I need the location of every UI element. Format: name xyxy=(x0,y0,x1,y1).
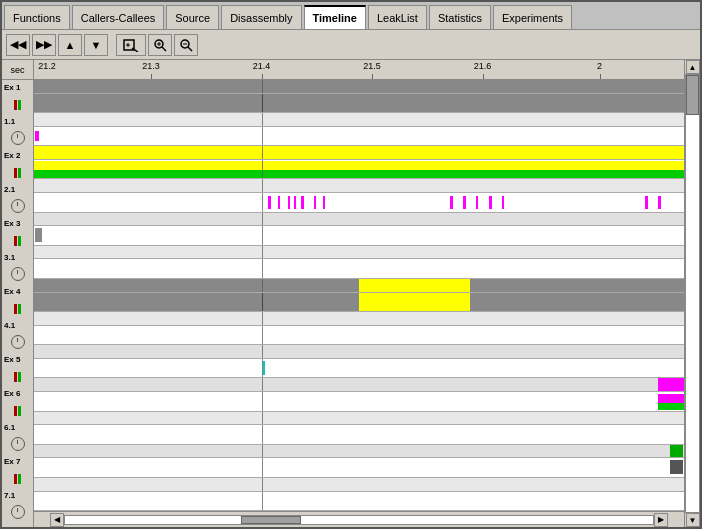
tab-source[interactable]: Source xyxy=(166,5,219,29)
row-label-ex4: Ex 4 xyxy=(2,284,33,318)
row-label-ex7: Ex 7 xyxy=(2,454,33,488)
zoom-fit-icon xyxy=(122,38,140,52)
clock-icon-7-1 xyxy=(11,505,25,519)
row-ex6-top xyxy=(34,378,684,392)
row-2-1-bottom xyxy=(34,193,684,213)
vertical-scrollbar[interactable]: ▲ ▼ xyxy=(684,60,700,527)
hscroll-track[interactable] xyxy=(64,515,654,525)
row-7-1-bottom xyxy=(34,492,684,511)
row-ex3-bottom xyxy=(34,226,684,246)
app-window: Functions Callers-Callees Source Disasse… xyxy=(0,0,702,529)
tab-bar: Functions Callers-Callees Source Disasse… xyxy=(2,2,700,30)
row-4-1-top xyxy=(34,312,684,326)
zoom-in-button[interactable] xyxy=(148,34,172,56)
zoom-fit-button[interactable] xyxy=(116,34,146,56)
row-label-7-1: 7.1 xyxy=(2,488,33,522)
rewind-button[interactable]: ◀◀ xyxy=(6,34,30,56)
row-label-ex6: Ex 6 xyxy=(2,386,33,420)
row-ex3-top xyxy=(34,213,684,227)
timeline-rows[interactable] xyxy=(34,80,684,511)
row-ex5-top xyxy=(34,345,684,359)
row-ex4-bottom xyxy=(34,293,684,313)
row-6-1-top xyxy=(34,412,684,426)
row-7-1-top xyxy=(34,478,684,492)
timeline-main: 21.2 21.3 21.4 21.5 21.6 2 xyxy=(34,60,684,527)
down-button[interactable]: ▼ xyxy=(84,34,108,56)
row-ex1-top xyxy=(34,80,684,94)
row-ex6-bottom xyxy=(34,392,684,412)
row-ex7-bottom xyxy=(34,458,684,478)
vscroll-down-arrow[interactable]: ▼ xyxy=(686,513,700,527)
zoom-in-icon xyxy=(153,38,167,52)
tab-experiments[interactable]: Experiments xyxy=(493,5,572,29)
row-ex4-top xyxy=(34,279,684,293)
row-label-ex5: Ex 5 xyxy=(2,352,33,386)
row-2-1-top xyxy=(34,179,684,193)
ruler-label-214: 21.4 xyxy=(253,61,271,71)
tab-disassembly[interactable]: Disassembly xyxy=(221,5,301,29)
hscroll-thumb[interactable] xyxy=(241,516,301,524)
zoom-out-icon xyxy=(179,38,193,52)
row-label-3-1: 3.1 xyxy=(2,250,33,284)
tab-leaklist[interactable]: LeakList xyxy=(368,5,427,29)
tab-timeline[interactable]: Timeline xyxy=(304,5,366,29)
label-column: sec Ex 1 1.1 Ex 2 xyxy=(2,60,34,527)
hscroll-left-arrow[interactable]: ◀ xyxy=(50,513,64,527)
svg-line-9 xyxy=(188,47,192,51)
row-ex2-top xyxy=(34,146,684,160)
row-label-1-1: 1.1 xyxy=(2,114,33,148)
clock-icon-2-1 xyxy=(11,199,25,213)
row-label-ex3: Ex 3 xyxy=(2,216,33,250)
row-1-1-top xyxy=(34,113,684,127)
row-ex2-bottom xyxy=(34,160,684,180)
vscroll-track[interactable] xyxy=(685,74,700,513)
up-button[interactable]: ▲ xyxy=(58,34,82,56)
horizontal-scrollbar[interactable]: ◀ ▶ xyxy=(34,511,684,527)
row-label-4-1: 4.1 xyxy=(2,318,33,352)
row-label-6-1: 6.1 xyxy=(2,420,33,454)
toolbar: ◀◀ ▶▶ ▲ ▼ xyxy=(2,30,700,60)
clock-icon-6-1 xyxy=(11,437,25,451)
ruler-label-215: 21.5 xyxy=(363,61,381,71)
clock-icon-1-1 xyxy=(11,131,25,145)
row-3-1-bottom xyxy=(34,259,684,279)
row-ex5-bottom xyxy=(34,359,684,379)
ruler: 21.2 21.3 21.4 21.5 21.6 2 xyxy=(34,60,684,80)
tab-statistics[interactable]: Statistics xyxy=(429,5,491,29)
ruler-label-212: 21.2 xyxy=(38,61,56,71)
row-4-1-bottom xyxy=(34,326,684,346)
ruler-label-2: 2 xyxy=(597,61,602,71)
vscroll-up-arrow[interactable]: ▲ xyxy=(686,60,700,74)
row-label-ex2: Ex 2 xyxy=(2,148,33,182)
clock-icon-3-1 xyxy=(11,267,25,281)
ruler-label-216: 21.6 xyxy=(474,61,492,71)
vscroll-thumb[interactable] xyxy=(686,75,699,115)
tab-callers-callees[interactable]: Callers-Callees xyxy=(72,5,165,29)
svg-line-5 xyxy=(162,47,166,51)
row-label-2-1: 2.1 xyxy=(2,182,33,216)
zoom-out-button[interactable] xyxy=(174,34,198,56)
row-1-1-bottom xyxy=(34,127,684,147)
ruler-label-213: 21.3 xyxy=(142,61,160,71)
hscroll-right-arrow[interactable]: ▶ xyxy=(654,513,668,527)
row-ex7-top xyxy=(34,445,684,459)
row-ex1-bottom xyxy=(34,94,684,114)
row-6-1-bottom xyxy=(34,425,684,445)
tab-functions[interactable]: Functions xyxy=(4,5,70,29)
sec-label: sec xyxy=(2,60,33,80)
row-label-ex1: Ex 1 xyxy=(2,80,33,114)
clock-icon-4-1 xyxy=(11,335,25,349)
row-3-1-top xyxy=(34,246,684,260)
forward-button[interactable]: ▶▶ xyxy=(32,34,56,56)
